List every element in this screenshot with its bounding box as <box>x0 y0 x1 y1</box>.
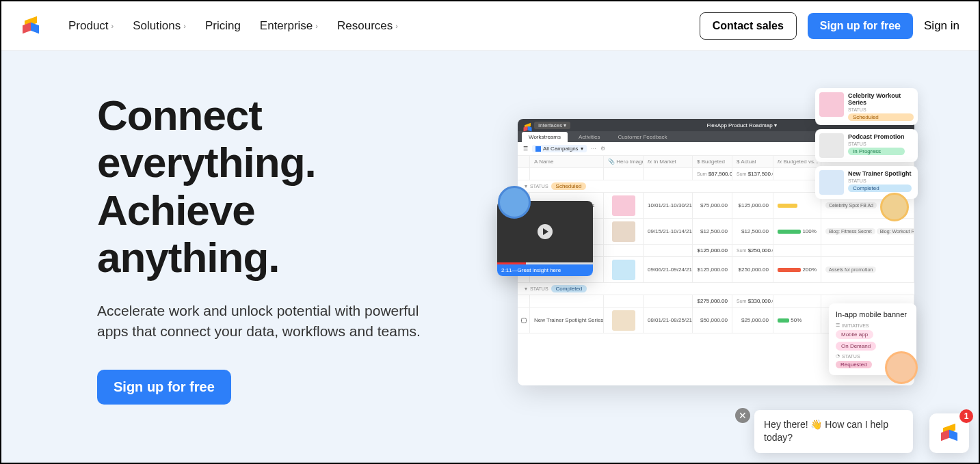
grid-icon <box>535 146 541 152</box>
settings-icon[interactable]: ⚙ <box>600 146 605 152</box>
hero-thumb <box>612 221 635 242</box>
chevron-right-icon: › <box>183 22 186 30</box>
video-caption: 2:11—Great insight here <box>497 264 593 276</box>
avatar <box>498 186 531 219</box>
hero-thumb <box>612 310 635 331</box>
hero-title: Connect everything. Achieve anything. <box>97 92 490 282</box>
banner-title: In-app mobile banner <box>836 310 910 318</box>
progress-bar <box>778 204 797 208</box>
chevron-right-icon: › <box>395 22 398 30</box>
contact-sales-button[interactable]: Contact sales <box>700 12 797 40</box>
signup-button[interactable]: Sign up for free <box>808 13 913 39</box>
nav-enterprise[interactable]: Enterprise› <box>260 19 318 33</box>
hero-cta-button[interactable]: Sign up for free <box>97 370 231 405</box>
logo-icon <box>523 124 527 127</box>
main-nav: Product› Solutions› Pricing Enterprise› … <box>68 19 700 33</box>
nav-solutions[interactable]: Solutions› <box>133 19 186 33</box>
chat-launcher[interactable]: 1 <box>929 413 969 453</box>
chevron-right-icon: › <box>315 22 318 30</box>
card-item[interactable]: Celebrity Workout Series STATUS Schedule… <box>815 88 918 125</box>
status-badge: Requested <box>836 361 872 368</box>
logo[interactable] <box>21 16 41 36</box>
hero-thumb <box>612 260 635 280</box>
interfaces-pill: Interfaces ▾ <box>534 122 570 129</box>
chat-badge: 1 <box>959 409 973 423</box>
card-item[interactable]: Podcast Promotion STATUS In Progress <box>815 129 918 162</box>
avatar <box>880 193 909 221</box>
video-progress[interactable] <box>497 262 593 264</box>
card-thumb <box>819 170 844 195</box>
logo-icon <box>940 424 958 442</box>
status-badge: Scheduled <box>848 113 914 121</box>
progress-bar <box>778 230 801 234</box>
status-badge: Completed <box>551 285 587 292</box>
play-icon[interactable] <box>538 224 553 239</box>
signin-link[interactable]: Sign in <box>924 19 959 33</box>
hero-subtitle: Accelerate work and unlock potential wit… <box>97 301 425 342</box>
hero-section: Connect everything. Achieve anything. Ac… <box>1 51 979 463</box>
hero-content: Connect everything. Achieve anything. Ac… <box>1 51 490 463</box>
floating-cards: Celebrity Workout Series STATUS Schedule… <box>815 88 918 199</box>
card-thumb <box>819 133 844 158</box>
status-badge: Scheduled <box>551 182 587 190</box>
nav-product[interactable]: Product› <box>68 19 114 33</box>
nav-resources[interactable]: Resources› <box>337 19 398 33</box>
card-thumb <box>819 92 844 117</box>
group-completed[interactable]: ▾ STATUS Completed <box>518 283 914 295</box>
sidebar-toggle-icon[interactable]: ☰ <box>523 146 528 152</box>
view-selector[interactable]: All Campaigns ▾ <box>532 145 587 152</box>
tab-activities[interactable]: Activities <box>572 132 607 142</box>
tag: Mobile app <box>836 330 873 339</box>
view-options-icon[interactable]: ⋯ <box>591 146 596 152</box>
card-item[interactable]: New Trainer Spotlight STATUS Completed <box>815 166 918 199</box>
row-checkbox[interactable] <box>521 318 527 323</box>
progress-bar <box>778 268 801 272</box>
tab-workstreams[interactable]: Workstreams <box>522 132 568 142</box>
header: Product› Solutions› Pricing Enterprise› … <box>1 1 979 51</box>
status-badge: In Progress <box>848 148 905 155</box>
initiatives-label: ☰ INITIATIVES <box>836 323 910 328</box>
status-badge: Completed <box>848 185 912 192</box>
progress-bar <box>778 318 789 323</box>
hero-thumb <box>612 195 635 216</box>
nav-pricing[interactable]: Pricing <box>205 19 241 33</box>
tab-feedback[interactable]: Customer Feedback <box>611 132 674 142</box>
tag: On Demand <box>836 342 876 351</box>
chat-close-button[interactable]: ✕ <box>735 408 750 423</box>
chevron-right-icon: › <box>111 22 114 30</box>
logo-icon <box>22 17 40 35</box>
chat-bubble[interactable]: Hey there! 👋 How can I help today? <box>754 410 913 453</box>
avatar <box>885 351 918 384</box>
header-actions: Contact sales Sign up for free Sign in <box>700 12 959 40</box>
